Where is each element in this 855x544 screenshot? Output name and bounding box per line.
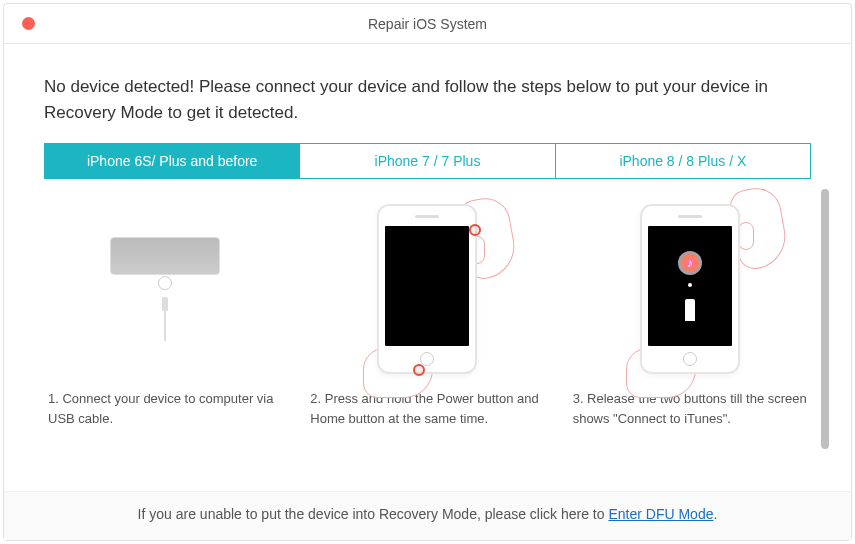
step-3-text: 3. Release the two buttons till the scre… [569, 389, 811, 428]
illustration-press-hold [306, 199, 548, 379]
thumb-icon [738, 222, 754, 250]
step-3: ↗ ♪ [569, 199, 811, 471]
device-tabs: iPhone 6S/ Plus and before iPhone 7 / 7 … [44, 143, 811, 179]
heading-text: No device detected! Please connect your … [44, 74, 811, 125]
cable-tip-icon [162, 297, 168, 311]
step-2: 2. Press and hold the Power button and H… [306, 199, 548, 471]
tab-iphone-6s[interactable]: iPhone 6S/ Plus and before [45, 144, 300, 178]
step-2-text: 2. Press and hold the Power button and H… [306, 389, 548, 428]
illustration-connect-cable [44, 199, 286, 379]
titlebar: Repair iOS System [4, 4, 851, 44]
tab-iphone-8[interactable]: iPhone 8 / 8 Plus / X [556, 144, 810, 178]
enter-dfu-link[interactable]: Enter DFU Mode [608, 506, 713, 522]
itunes-icon: ♪ [678, 251, 702, 275]
device-rect-icon [110, 237, 220, 275]
scrollbar[interactable] [821, 189, 829, 449]
step-1-text: 1. Connect your device to computer via U… [44, 389, 286, 428]
steps-wrapper: 1. Connect your device to computer via U… [44, 179, 811, 491]
content-area: No device detected! Please connect your … [4, 44, 851, 491]
phone-icon: ♪ [640, 204, 740, 374]
window-title: Repair iOS System [368, 16, 487, 32]
footer-prefix: If you are unable to put the device into… [138, 506, 609, 522]
steps-row: 1. Connect your device to computer via U… [44, 179, 811, 491]
footer: If you are unable to put the device into… [4, 491, 851, 540]
tab-iphone-7[interactable]: iPhone 7 / 7 Plus [300, 144, 555, 178]
footer-suffix: . [713, 506, 717, 522]
step-1: 1. Connect your device to computer via U… [44, 199, 286, 471]
phone-icon [377, 204, 477, 374]
close-icon[interactable] [22, 17, 35, 30]
cable-plug-icon [685, 299, 695, 321]
illustration-release: ↗ ♪ [569, 199, 811, 379]
